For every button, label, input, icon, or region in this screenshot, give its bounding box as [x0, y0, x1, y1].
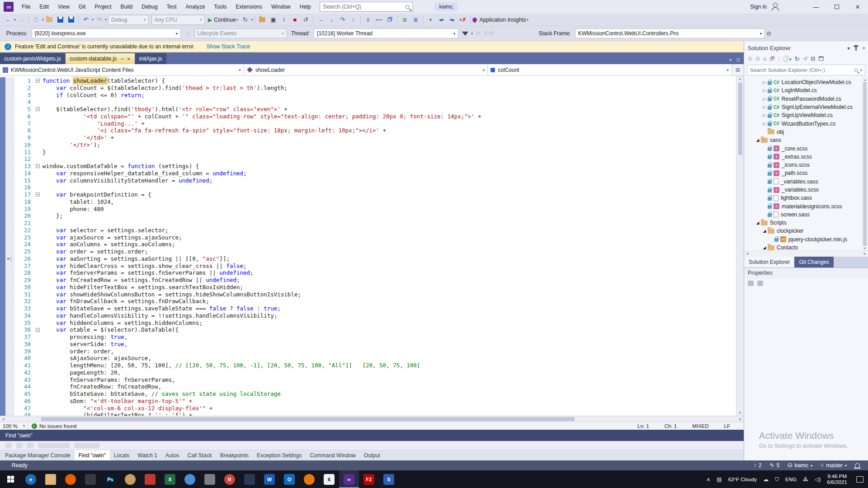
tan-app-icon[interactable]: [120, 470, 140, 488]
menu-item-build[interactable]: Build: [116, 0, 137, 14]
code-line[interactable]: 45 bStateSave: bStateSave, // saves sort…: [0, 390, 744, 398]
refresh-secondary-icon[interactable]: ↺: [803, 56, 807, 62]
repository-button[interactable]: ⛁kwmc▾: [788, 462, 812, 469]
dark-app-icon[interactable]: [80, 470, 100, 488]
branch-button[interactable]: ⑂master▾: [821, 462, 847, 469]
tree-item-_core.scss[interactable]: S_core.scss: [744, 144, 868, 152]
filter-threads-button[interactable]: [460, 28, 470, 38]
split-window-button[interactable]: ⊞: [732, 64, 744, 75]
notifications-bell-icon[interactable]: [855, 463, 860, 468]
code-line[interactable]: 29 var fnCreatedRow = settings.fnCreated…: [0, 277, 744, 284]
save-all-button[interactable]: [66, 15, 76, 25]
menu-item-tools[interactable]: Tools: [209, 0, 231, 14]
breakpoint-margin[interactable]: [0, 206, 5, 213]
network-icon[interactable]: 🖧: [803, 476, 808, 483]
maximize-button[interactable]: [826, 0, 847, 14]
indent-decrease-button[interactable]: ≣: [400, 15, 410, 25]
excel-icon[interactable]: X: [160, 470, 180, 488]
bottom-tab-exception-settings[interactable]: Exception Settings: [253, 450, 306, 460]
code-line[interactable]: 33 var bStateSave = settings.saveTableSt…: [0, 305, 744, 312]
breakpoint-margin[interactable]: [0, 291, 5, 298]
breakpoint-margin[interactable]: [0, 312, 5, 319]
categorized-icon[interactable]: [748, 281, 754, 286]
gray-app-icon[interactable]: [200, 470, 220, 488]
code-line[interactable]: 35 var hiddenColumns = settings.hiddenCo…: [0, 319, 744, 327]
action-center-icon[interactable]: [856, 476, 863, 483]
close-panel-icon[interactable]: ×: [862, 45, 865, 52]
panel-tab-git-changes[interactable]: Git Changes: [794, 257, 834, 267]
breakpoint-margin[interactable]: [0, 376, 5, 384]
code-line[interactable]: 36 var otable = $(selector).DataTable({: [0, 326, 744, 333]
collapse-icon[interactable]: ◢: [761, 229, 768, 233]
break-all-button[interactable]: [257, 15, 267, 25]
photoshop-icon[interactable]: Ps: [100, 470, 120, 488]
stop-button[interactable]: ■: [290, 15, 300, 25]
expand-icon[interactable]: ▷: [761, 88, 768, 93]
scrollbar-thumb[interactable]: [41, 417, 575, 421]
document-tab-initAjax.js[interactable]: initAjax.js: [135, 53, 166, 64]
breakpoint-margin[interactable]: [0, 241, 5, 248]
step-out-button[interactable]: ↑: [348, 15, 358, 25]
tree-item-_path.scss[interactable]: S_path.scss: [744, 169, 868, 177]
menu-item-debug[interactable]: Debug: [137, 0, 162, 14]
tree-item-Scripts[interactable]: ◢Scripts: [744, 219, 868, 227]
tree-item-materialdesignicons.scss[interactable]: Smaterialdesignicons.scss: [744, 202, 868, 210]
tab-list-caret-icon[interactable]: ▾: [730, 57, 732, 62]
pin-icon[interactable]: [855, 47, 857, 51]
code-line[interactable]: 6 '<td colspan="' + colCount + '" class=…: [0, 113, 744, 120]
code-line[interactable]: 5 $(tableSelector).find('tbody').html('<…: [0, 106, 744, 113]
application-insights-dropdown[interactable]: Application Insights ▾: [472, 17, 528, 23]
breakpoint-margin[interactable]: [0, 184, 5, 191]
code-line[interactable]: 25 var order = settings.order;: [0, 248, 744, 255]
tree-item-_icons.scss[interactable]: S_icons.scss: [744, 161, 868, 169]
show-stack-trace-link[interactable]: Show Stack Trace: [206, 43, 250, 50]
breakpoint-margin[interactable]: [0, 220, 5, 227]
breakpoint-margin[interactable]: [0, 84, 5, 92]
breakpoint-margin[interactable]: [0, 298, 5, 305]
breakpoint-margin[interactable]: [0, 99, 5, 106]
breakpoint-margin[interactable]: [0, 362, 5, 369]
breakpoint-margin[interactable]: [0, 141, 5, 149]
find-option-icon[interactable]: [38, 443, 70, 448]
editor-horizontal-scrollbar[interactable]: ◄ ►: [0, 416, 744, 422]
breakpoint-margin[interactable]: [0, 227, 5, 234]
find-option-icon[interactable]: [5, 443, 12, 448]
float-window-icon[interactable]: ⊡: [736, 57, 740, 62]
thread-dropdown[interactable]: [10216] Worker Thread▾: [314, 28, 458, 38]
stack-frame-dropdown[interactable]: KWMissionControl.WebUI.Controllers.Pro▾: [575, 28, 765, 38]
breakpoint-margin[interactable]: [0, 92, 5, 99]
code-line[interactable]: 13window.customDataTable = function (set…: [0, 163, 744, 170]
show-flagged-only-button[interactable]: ⚐⚐: [484, 28, 495, 38]
tree-item-screen.sass[interactable]: screen.sass: [744, 211, 868, 219]
code-line[interactable]: 16: [0, 184, 744, 191]
zoom-dropdown[interactable]: 100 %▾: [0, 422, 28, 430]
find-option-icon[interactable]: [74, 443, 99, 448]
se-forward-icon[interactable]: ⊙: [755, 56, 760, 62]
collapse-icon[interactable]: ◢: [755, 138, 761, 142]
document-health-indicator[interactable]: ✓ No issues found: [32, 423, 76, 429]
hidden-icons-caret[interactable]: ∧: [707, 476, 711, 483]
code-line[interactable]: 12: [0, 155, 744, 163]
document-tab-custom-datatable.js[interactable]: custom-datatable.js⊸✕: [66, 53, 135, 64]
breakpoint-margin[interactable]: [0, 355, 5, 362]
document-tab-custom-jarvisWidgets.js[interactable]: custom-jarvisWidgets.js: [0, 53, 65, 64]
menu-item-extensions[interactable]: Extensions: [231, 0, 267, 14]
code-line[interactable]: 3 if (colCount <= 0) return;: [0, 92, 744, 99]
remove-bookmark-button[interactable]: ▪✗: [458, 15, 468, 25]
lifecycle-events-dropdown[interactable]: Lifecycle Events▾: [194, 28, 287, 38]
language-indicator[interactable]: ENG: [785, 477, 797, 482]
tray-app-icon[interactable]: ▤: [717, 476, 722, 483]
code-line[interactable]: 23 var ajaxSource = settings.ajaxSource;: [0, 234, 744, 241]
code-line[interactable]: 32 var fnDrawCallback = settings.fnDrawC…: [0, 298, 744, 305]
show-next-statement-button[interactable]: →: [316, 15, 326, 25]
code-line[interactable]: 28 var fnServerParams = settings.fnServe…: [0, 269, 744, 277]
member-dropdown[interactable]: colCount ▾: [488, 64, 732, 75]
find-option-icon[interactable]: [16, 443, 23, 448]
breakpoint-margin[interactable]: [0, 341, 5, 348]
breakpoint-margin[interactable]: [0, 326, 5, 333]
bottom-tab-watch-1[interactable]: Watch 1: [133, 450, 161, 460]
shield-icon[interactable]: ⛉: [775, 476, 779, 483]
navigate-forward-button[interactable]: →: [16, 15, 26, 25]
code-line[interactable]: 11}: [0, 149, 744, 156]
breakpoint-margin[interactable]: [0, 398, 5, 405]
